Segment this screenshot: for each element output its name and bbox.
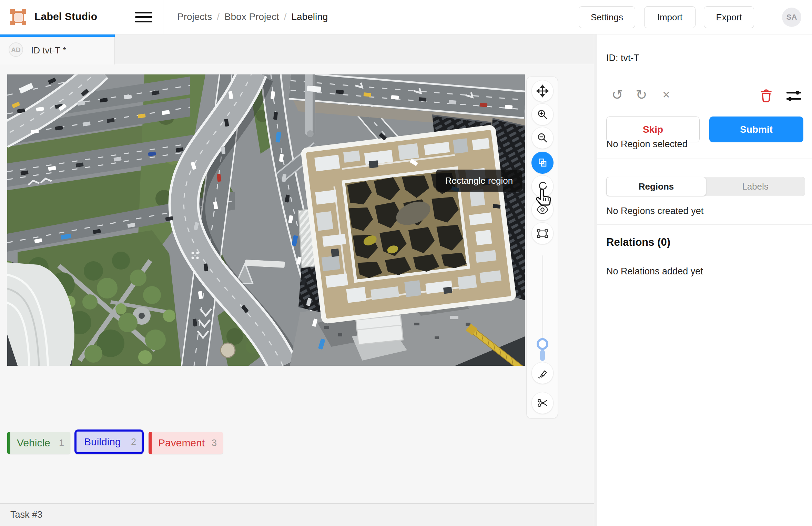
canvas-toolbar: [526, 77, 558, 418]
relations-empty-text: No Relations added yet: [606, 266, 703, 277]
annotator-avatar: AD: [9, 42, 23, 57]
label-name: Pavement: [158, 432, 205, 454]
rectangle-tool-button[interactable]: [531, 152, 554, 174]
image-canvas[interactable]: [7, 74, 525, 365]
breadcrumb-projects[interactable]: Projects: [177, 11, 212, 22]
label-hotkey: 1: [59, 432, 64, 454]
label-chip-pavement[interactable]: Pavement 3: [149, 432, 223, 454]
regions-empty-text: No Regions created yet: [606, 206, 703, 216]
tool-tooltip: Rectangle region: [436, 170, 522, 192]
pan-icon: [536, 84, 549, 98]
zoom-slider[interactable]: [537, 338, 548, 350]
redo-button[interactable]: ↻: [634, 87, 649, 103]
pan-tool-button[interactable]: [531, 80, 554, 102]
zoom-slider-track: [542, 255, 543, 348]
reset-button[interactable]: ×: [659, 87, 674, 103]
mast: [305, 74, 315, 137]
label-chip-building[interactable]: Building 2: [74, 429, 144, 454]
label-chip-vehicle[interactable]: Vehicle 1: [7, 432, 70, 454]
breadcrumb-current: Labeling: [291, 11, 328, 22]
aerial-image[interactable]: [7, 74, 525, 366]
task-footer: Task #3: [0, 503, 594, 526]
transform-tool-button[interactable]: [531, 222, 554, 244]
panel-divider: [597, 224, 812, 225]
import-button[interactable]: Import: [644, 6, 696, 28]
submit-button[interactable]: Submit: [709, 117, 803, 142]
label-hotkey: 2: [131, 432, 136, 452]
export-button[interactable]: Export: [704, 6, 754, 28]
cursor-pointer-icon: [535, 188, 554, 208]
task-counter: Task #3: [10, 509, 42, 520]
undo-button[interactable]: ↺: [610, 87, 625, 103]
active-tab-underline: [0, 34, 115, 37]
label-color-bar: [7, 432, 10, 454]
annotation-id: ID: tvt-T: [606, 53, 639, 63]
label-studio-logo[interactable]: [10, 9, 26, 25]
park-pavilion: [221, 343, 235, 357]
cut-tool-button[interactable]: [531, 392, 554, 414]
settings-button[interactable]: Settings: [579, 6, 635, 28]
label-name: Building: [84, 432, 121, 452]
tab-regions[interactable]: Regions: [606, 177, 706, 196]
breadcrumb: Projects/Bbox Project/Labeling: [177, 11, 328, 22]
highlighter-icon: [536, 366, 549, 380]
panel-divider: [597, 159, 812, 159]
tab-labels[interactable]: Labels: [706, 177, 805, 196]
label-color-bar: [149, 432, 152, 454]
annotation-panel: ID: tvt-T ↺ ↻ × Skip Submit No Region se…: [597, 34, 812, 526]
task-tab[interactable]: AD ID tvt-T *: [0, 37, 115, 64]
app-title: Label Studio: [34, 11, 97, 22]
regions-labels-switch: Regions Labels: [606, 177, 805, 196]
zoom-slider-stem: [540, 350, 545, 361]
menu-icon[interactable]: [135, 12, 152, 23]
label-name: Vehicle: [17, 432, 50, 454]
label-studio-app: Label Studio Projects/Bbox Project/Label…: [0, 0, 812, 526]
transform-icon: [536, 227, 549, 240]
task-tab-label: ID tvt-T *: [31, 45, 66, 56]
zoom-in-icon: [536, 108, 549, 121]
highlighter-tool-button[interactable]: [531, 362, 554, 384]
zoom-in-button[interactable]: [531, 103, 554, 125]
skip-button[interactable]: Skip: [606, 117, 700, 142]
rectangle-tool-icon: [536, 156, 549, 169]
zoom-out-button[interactable]: [531, 127, 554, 149]
panel-resizer[interactable]: [594, 34, 597, 526]
settings-sliders-button[interactable]: [786, 90, 801, 103]
zoom-out-icon: [536, 131, 549, 144]
delete-annotation-button[interactable]: [759, 88, 773, 103]
user-avatar[interactable]: SA: [782, 8, 801, 27]
relations-heading: Relations (0): [606, 236, 670, 249]
header-divider: [163, 0, 163, 34]
main-building: [303, 127, 514, 322]
no-region-text: No Region selected: [606, 139, 688, 150]
scissors-icon: [536, 396, 549, 409]
label-hotkey: 3: [212, 432, 217, 454]
header: Label Studio Projects/Bbox Project/Label…: [0, 0, 812, 34]
breadcrumb-project[interactable]: Bbox Project: [224, 11, 279, 22]
